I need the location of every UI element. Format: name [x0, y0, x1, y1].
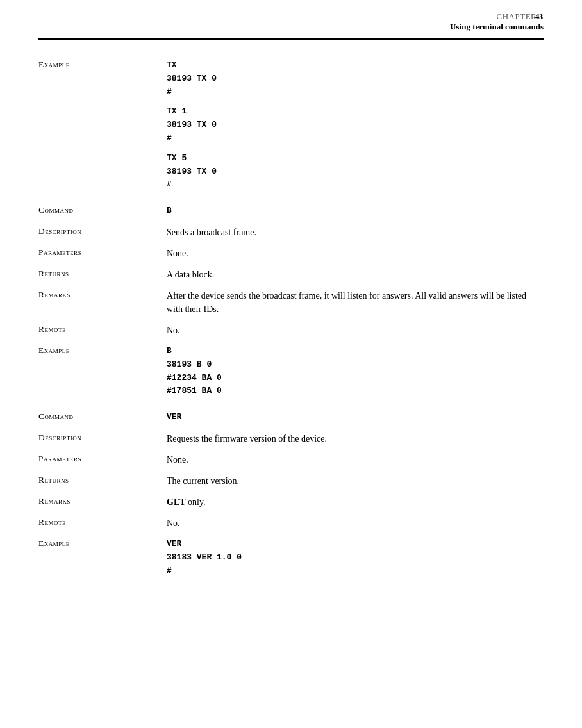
page-header: CHAPTER 3 Using terminal commands 41 [38, 0, 544, 40]
command-b-description-label: Description [38, 226, 167, 236]
command-b-parameters-value: None. [167, 247, 544, 260]
command-ver-remarks-row: Remarks GET only. [38, 495, 544, 509]
command-b-value: B [167, 204, 544, 218]
example-tx-content: TX38193 TX 0# TX 138193 TX 0# TX 538193 … [167, 59, 544, 192]
command-b-returns-label: Returns [38, 268, 167, 279]
command-b-remarks-row: Remarks After the device sends the broad… [38, 289, 544, 316]
command-ver-description-row: Description Requests the firmware versio… [38, 432, 544, 445]
example-tx-label: Example [38, 59, 167, 70]
command-b-remote-label: Remote [38, 324, 167, 335]
code-para-1: TX38193 TX 0# [167, 59, 544, 99]
page-number: 41 [535, 12, 544, 22]
command-b-parameters-label: Parameters [38, 247, 167, 258]
command-ver-parameters-label: Parameters [38, 453, 167, 464]
command-b-remarks-value: After the device sends the broadcast fra… [167, 289, 544, 316]
command-b-label: Command [38, 204, 167, 215]
example-tx-row: Example TX38193 TX 0# TX 138193 TX 0# TX… [38, 59, 544, 192]
page-container: CHAPTER 3 Using terminal commands 41 Exa… [0, 0, 582, 624]
command-ver-description-label: Description [38, 432, 167, 443]
command-ver-remarks-value: GET only. [167, 495, 544, 509]
remarks-bold-get: GET [167, 497, 186, 507]
command-b-returns-row: Returns A data block. [38, 268, 544, 281]
command-b-returns-value: A data block. [167, 268, 544, 281]
command-ver-description-value: Requests the firmware version of the dev… [167, 432, 544, 445]
example-tx-code: TX38193 TX 0# TX 138193 TX 0# TX 538193 … [167, 59, 544, 192]
code-para-2: TX 138193 TX 0# [167, 105, 544, 145]
command-ver-section: Command VER Description Requests the fir… [38, 411, 544, 577]
header-right: CHAPTER 3 Using terminal commands [450, 12, 544, 32]
command-b-remarks-label: Remarks [38, 289, 167, 300]
command-b-example-code: B38193 B 0#12234 BA 0#17851 BA 0 [167, 345, 544, 398]
command-b-command-row: Command B [38, 204, 544, 218]
command-ver-value: VER [167, 411, 544, 424]
chapter-title: Using terminal commands [450, 22, 544, 32]
command-b-remote-row: Remote No. [38, 324, 544, 337]
chapter-number: CHAPTER 3 [450, 12, 544, 22]
command-ver-remote-label: Remote [38, 517, 167, 527]
command-ver-label: Command [38, 411, 167, 422]
command-b-parameters-row: Parameters None. [38, 247, 544, 260]
command-ver-parameters-value: None. [167, 453, 544, 467]
command-b-remote-value: No. [167, 324, 544, 337]
command-ver-remote-row: Remote No. [38, 517, 544, 530]
command-ver-remarks-label: Remarks [38, 495, 167, 506]
command-ver-example-code: VER38183 VER 1.0 0# [167, 538, 544, 577]
command-b-example-row: Example B38193 B 0#12234 BA 0#17851 BA 0 [38, 345, 544, 398]
command-ver-returns-row: Returns The current version. [38, 474, 544, 488]
command-b-example-value: B38193 B 0#12234 BA 0#17851 BA 0 [167, 345, 544, 398]
command-ver-parameters-row: Parameters None. [38, 453, 544, 467]
code-para-3: TX 538193 TX 0# [167, 152, 544, 192]
remarks-normal: only. [186, 497, 206, 507]
command-ver-returns-value: The current version. [167, 474, 544, 488]
command-b-example-label: Example [38, 345, 167, 356]
command-ver-remote-value: No. [167, 517, 544, 530]
command-ver-command-row: Command VER [38, 411, 544, 424]
command-ver-example-value: VER38183 VER 1.0 0# [167, 538, 544, 577]
command-ver-returns-label: Returns [38, 474, 167, 485]
command-ver-example-label: Example [38, 538, 167, 549]
command-ver-example-row: Example VER38183 VER 1.0 0# [38, 538, 544, 577]
command-b-description-row: Description Sends a broadcast frame. [38, 226, 544, 239]
command-b-section: Command B Description Sends a broadcast … [38, 204, 544, 398]
command-b-description-value: Sends a broadcast frame. [167, 226, 544, 239]
